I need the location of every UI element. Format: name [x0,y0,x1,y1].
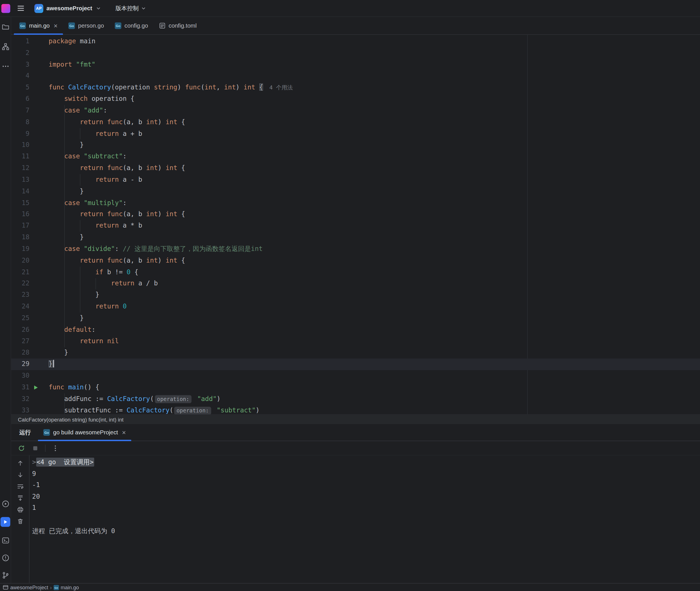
text-cursor [53,360,54,368]
code-line[interactable]: 18 } [11,232,700,243]
arrow-up-icon[interactable] [16,459,24,466]
close-icon[interactable]: × [54,22,58,29]
code-line[interactable]: 21 if b != 0 { [11,266,700,278]
context-signature-bar: CalcFactory(operation string) func(int, … [11,414,700,424]
console-line: 9 [32,468,700,480]
clear-icon[interactable] [16,518,24,525]
code-line[interactable]: 11 case "subtract": [11,151,700,162]
code-line[interactable]: 4 [11,70,700,82]
run-toolwindow-title[interactable]: 运行 [19,429,31,436]
code-line[interactable]: 25 } [11,313,700,324]
gutter [29,162,49,174]
structure-icon[interactable] [1,43,9,50]
breadcrumb-label: main.go [61,585,79,590]
code-line[interactable]: 33 subtractFunc := CalcFactory(operation… [11,405,700,414]
vcs-widget[interactable]: 版本控制 [114,3,148,14]
chevron-down-icon [140,5,146,11]
tab-main.go[interactable]: Gomain.go× [14,17,63,35]
code-line[interactable]: 8 return func(a, b int) int { [11,117,700,128]
line-number: 6 [11,93,29,105]
gutter [29,278,49,289]
line-number: 14 [11,186,29,197]
code-line[interactable]: 7 case "add": [11,105,700,116]
arrow-down-icon[interactable] [16,471,24,478]
line-number: 23 [11,289,29,301]
git-branch-icon[interactable] [1,571,9,579]
terminal-icon[interactable] [1,536,9,544]
code-text: case "add": [49,105,700,116]
code-line[interactable]: 9 return a + b [11,128,700,139]
console-output[interactable]: ><4 go 设置调用>9-1201进程 已完成，退出代码为 0 [29,455,700,583]
close-icon[interactable]: × [122,429,126,436]
gutter [29,393,49,405]
code-line[interactable]: 32 addFunc := CalcFactory(operation: "ad… [11,393,700,405]
breadcrumb-item[interactable]: awesomeProject [3,584,48,590]
code-line[interactable]: 6 switch operation { [11,93,700,105]
run-toolwindow: 运行 Go go build awesomeProject × ><4 go 设… [11,424,700,583]
context-signature: CalcFactory(operation string) func(int, … [18,416,124,423]
code-line[interactable]: 1package main [11,36,700,47]
code-line[interactable]: 24 return 0 [11,301,700,313]
more-vertical-icon[interactable] [51,444,59,452]
line-number: 31 [11,382,29,393]
code-line[interactable]: 27 return nil [11,335,700,347]
code-line[interactable]: 12 return func(a, b int) int { [11,162,700,174]
run-gutter-icon[interactable] [29,382,49,393]
line-number: 20 [11,255,29,266]
breadcrumb-label: awesomeProject [10,585,48,590]
code-text: addFunc := CalcFactory(operation: "add") [49,393,700,405]
code-line[interactable]: 3import "fmt" [11,59,700,70]
editor[interactable]: 1package main23import "fmt"45func CalcFa… [11,35,700,414]
project-widget[interactable]: AP awesomeProject [32,3,103,14]
project-name: awesomeProject [47,5,92,12]
line-number: 25 [11,313,29,324]
code-text: if b != 0 { [49,266,700,278]
breadcrumb-item[interactable]: Gomain.go [54,585,79,590]
code-line[interactable]: 5func CalcFactory(operation string) func… [11,82,700,93]
gutter [29,255,49,266]
app-logo-icon[interactable] [1,4,10,12]
run-active-icon[interactable] [1,517,10,527]
code-text: return func(a, b int) int { [49,117,700,128]
code-line[interactable]: 17 return a * b [11,220,700,232]
code-line[interactable]: 22 return a / b [11,278,700,289]
code-line[interactable]: 15 case "multiply": [11,197,700,208]
line-number: 18 [11,232,29,243]
code-text: } [49,140,700,151]
problems-icon[interactable] [1,554,9,562]
code-line[interactable]: 13 return a - b [11,174,700,185]
stop-icon[interactable] [31,444,39,452]
tab-label: config.go [125,22,148,29]
code-line[interactable]: 20 return func(a, b int) int { [11,255,700,266]
run-configuration-tab[interactable]: Go go build awesomeProject × [38,424,131,441]
gutter [29,243,49,255]
code-line[interactable]: 16 return func(a, b int) int { [11,209,700,220]
code-line[interactable]: 23 } [11,289,700,301]
code-line[interactable]: 2 [11,47,700,59]
main-menu-button[interactable] [15,3,26,14]
soft-wrap-icon[interactable] [16,483,24,490]
tab-person.go[interactable]: Goperson.go [63,17,110,35]
code-line[interactable]: 10 } [11,140,700,151]
gutter [29,220,49,232]
line-number: 15 [11,197,29,208]
code-line[interactable]: 30 [11,370,700,382]
code-line[interactable]: 19 case "divide": // 这里是向下取整了，因为函数签名返回是i… [11,243,700,255]
tab-config.go[interactable]: Goconfig.go [110,17,153,35]
folder-icon[interactable] [1,23,9,31]
code-line[interactable]: 31func main() { [11,382,700,393]
more-icon[interactable] [1,62,9,70]
scroll-end-icon[interactable] [16,494,24,501]
code-line[interactable]: 29} [11,358,700,370]
code-line[interactable]: 14 } [11,186,700,197]
code-line[interactable]: 26 default: [11,324,700,335]
gutter [29,174,49,185]
svg-text:Go: Go [45,431,49,434]
rerun-icon[interactable] [17,444,25,452]
print-icon[interactable] [16,506,24,513]
go-build-icon: Go [43,429,50,436]
code-line[interactable]: 28 } [11,347,700,358]
tab-config.toml[interactable]: config.toml [153,17,202,35]
run-icon[interactable] [1,500,9,508]
vcs-label: 版本控制 [115,4,139,12]
